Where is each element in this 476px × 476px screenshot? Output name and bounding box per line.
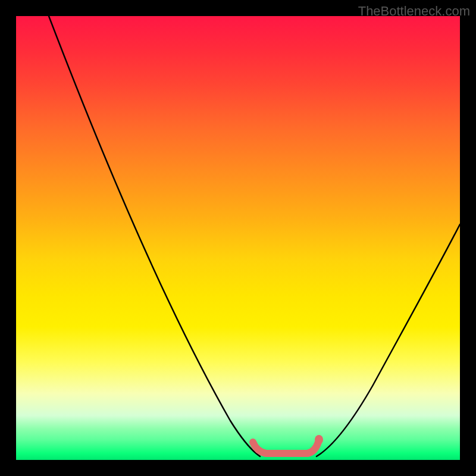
bottleneck-curve-left xyxy=(49,16,260,456)
chart-plot-area xyxy=(16,16,460,460)
chart-svg xyxy=(16,16,460,460)
bottleneck-curve-right xyxy=(317,224,460,456)
watermark-text: TheBottleneck.com xyxy=(358,4,470,19)
optimal-zone-marker xyxy=(253,442,318,453)
optimal-zone-end-dot xyxy=(315,435,323,444)
